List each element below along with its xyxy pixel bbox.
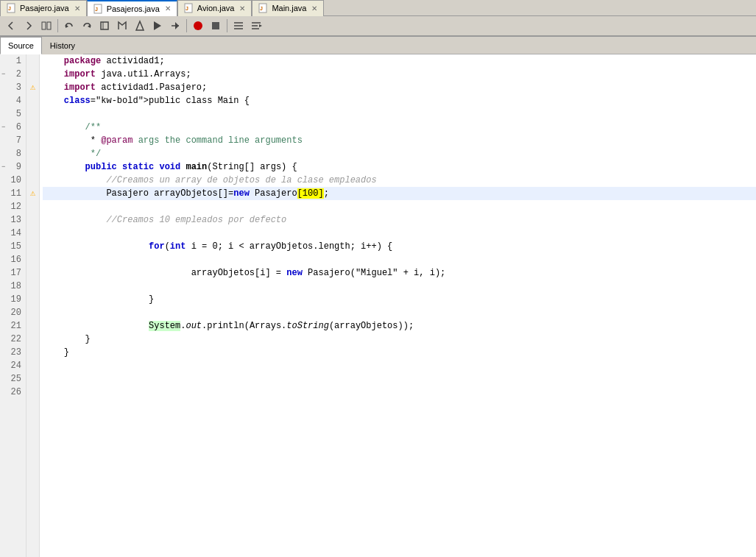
gutter-cell-17 xyxy=(27,266,39,280)
line-number-24: 24 xyxy=(0,359,26,372)
tab-close-icon[interactable]: ✕ xyxy=(74,4,80,13)
toolbar-btn5[interactable] xyxy=(132,18,148,34)
fold-icon-9[interactable]: − xyxy=(1,160,5,174)
fold-icon-6[interactable]: − xyxy=(1,121,5,134)
toolbar-btn7[interactable] xyxy=(167,18,183,34)
toolbar-run-btn[interactable] xyxy=(190,18,206,34)
fold-icon-2[interactable]: − xyxy=(1,68,5,81)
code-area[interactable]: package actividad1; import java.util.Arr… xyxy=(40,54,756,557)
editor-body[interactable]: 1−2345−678−91011121314151617181920212223… xyxy=(0,54,756,557)
code-line-5 xyxy=(43,107,756,121)
gutter-cell-7 xyxy=(27,134,39,147)
svg-point-18 xyxy=(194,21,202,30)
svg-text:J: J xyxy=(260,6,263,11)
tab-label: Avion.java xyxy=(197,4,235,13)
java-file-icon: J xyxy=(184,3,194,13)
toolbar-stop-btn[interactable] xyxy=(208,18,224,34)
gutter-cell-11: ⚠ xyxy=(27,187,39,200)
svg-rect-12 xyxy=(101,22,108,29)
svg-rect-8 xyxy=(42,22,46,29)
gutter-cell-8 xyxy=(27,147,39,160)
line-number-12: 12 xyxy=(0,200,26,213)
toolbar-back-btn[interactable] xyxy=(3,18,19,34)
code-line-18 xyxy=(43,280,756,293)
tab-pasajero[interactable]: J Pasajero.java ✕ xyxy=(0,0,87,16)
toolbar-separator-2 xyxy=(186,19,187,32)
line-number-15: 15 xyxy=(0,240,26,253)
gutter: ⚠⚠ xyxy=(27,54,40,557)
tab-pasajeros[interactable]: J Pasajeros.java ✕ xyxy=(87,0,177,16)
line-number-8: 8 xyxy=(0,147,26,160)
code-line-9: public static void main(String[] args) { xyxy=(43,160,756,174)
gutter-cell-14 xyxy=(27,227,39,240)
gutter-cell-6 xyxy=(27,121,39,134)
code-line-12 xyxy=(43,200,756,213)
line-number-25: 25 xyxy=(0,372,26,386)
code-line-7: * @param args the command line arguments xyxy=(43,134,756,147)
tab-close-icon[interactable]: ✕ xyxy=(165,4,171,13)
line-number-5: 5 xyxy=(0,107,26,121)
gutter-cell-13 xyxy=(27,213,39,227)
line-number-16: 16 xyxy=(0,253,26,266)
svg-rect-9 xyxy=(47,22,51,29)
line-number-7: 7 xyxy=(0,134,26,147)
tab-avion[interactable]: J Avion.java ✕ xyxy=(177,0,252,16)
gutter-cell-26 xyxy=(27,386,39,399)
toolbar-btn6[interactable] xyxy=(149,18,166,34)
line-number-1: 1 xyxy=(0,54,26,68)
code-line-21: System.out.println(Arrays.toString(array… xyxy=(43,319,756,333)
code-line-20 xyxy=(43,306,756,319)
line-number-2: −2 xyxy=(0,68,26,81)
toolbar-redo-btn[interactable] xyxy=(79,18,95,34)
tab-label: Pasajeros.java xyxy=(107,4,160,13)
tab-main[interactable]: J Main.java ✕ xyxy=(252,0,324,16)
svg-marker-17 xyxy=(175,22,179,29)
code-line-3: import actividad1.Pasajero; xyxy=(43,81,756,94)
gutter-cell-19 xyxy=(27,293,39,306)
line-number-22: 22 xyxy=(0,333,26,346)
toolbar xyxy=(0,16,756,37)
toolbar-separator xyxy=(57,19,58,32)
svg-marker-10 xyxy=(66,24,68,28)
line-number-10: 10 xyxy=(0,174,26,187)
code-line-10: //Creamos un array de objetos de la clas… xyxy=(43,174,756,187)
line-number-19: 19 xyxy=(0,293,26,306)
svg-text:J: J xyxy=(8,6,11,11)
code-line-23: } xyxy=(43,346,756,359)
tab-close-icon[interactable]: ✕ xyxy=(311,4,317,13)
toolbar-btn8[interactable] xyxy=(230,18,247,34)
line-number-9: −9 xyxy=(0,160,26,174)
gutter-cell-4 xyxy=(27,94,39,107)
line-numbers: 1−2345−678−91011121314151617181920212223… xyxy=(0,54,27,557)
java-file-icon: J xyxy=(258,3,269,13)
tab-close-icon[interactable]: ✕ xyxy=(239,4,245,13)
toolbar-undo-btn[interactable] xyxy=(61,18,77,34)
code-line-11: Pasajero arrayObjetos[]=new Pasajero[100… xyxy=(43,187,756,200)
line-number-3: 3 xyxy=(0,81,26,94)
toolbar-btn3[interactable] xyxy=(96,18,113,34)
source-button[interactable]: Source xyxy=(0,37,42,54)
source-history-bar: Source History xyxy=(0,37,756,54)
code-line-4: class="kw-bold">public class Main { xyxy=(43,94,756,107)
line-number-4: 4 xyxy=(0,94,26,107)
code-line-26 xyxy=(43,386,756,399)
gutter-cell-25 xyxy=(27,372,39,386)
code-line-17: arrayObjetos[i] = new Pasajero("Miguel" … xyxy=(43,266,756,280)
toolbar-btn9[interactable] xyxy=(248,18,264,34)
toolbar-toggle-btn[interactable] xyxy=(38,18,54,34)
gutter-cell-24 xyxy=(27,359,39,372)
gutter-cell-18 xyxy=(27,280,39,293)
java-file-icon: J xyxy=(7,3,17,13)
code-line-22: } xyxy=(43,333,756,346)
code-line-24 xyxy=(43,359,756,372)
toolbar-btn4[interactable] xyxy=(114,18,130,34)
gutter-cell-10 xyxy=(27,174,39,187)
code-line-15: for(int i = 0; i < arrayObjetos.length; … xyxy=(43,240,756,253)
code-line-13: //Creamos 10 empleados por defecto xyxy=(43,213,756,227)
line-number-14: 14 xyxy=(0,227,26,240)
toolbar-forward-btn[interactable] xyxy=(21,18,37,34)
line-number-17: 17 xyxy=(0,266,26,280)
gutter-cell-20 xyxy=(27,306,39,319)
line-number-23: 23 xyxy=(0,346,26,359)
history-button[interactable]: History xyxy=(42,37,83,54)
